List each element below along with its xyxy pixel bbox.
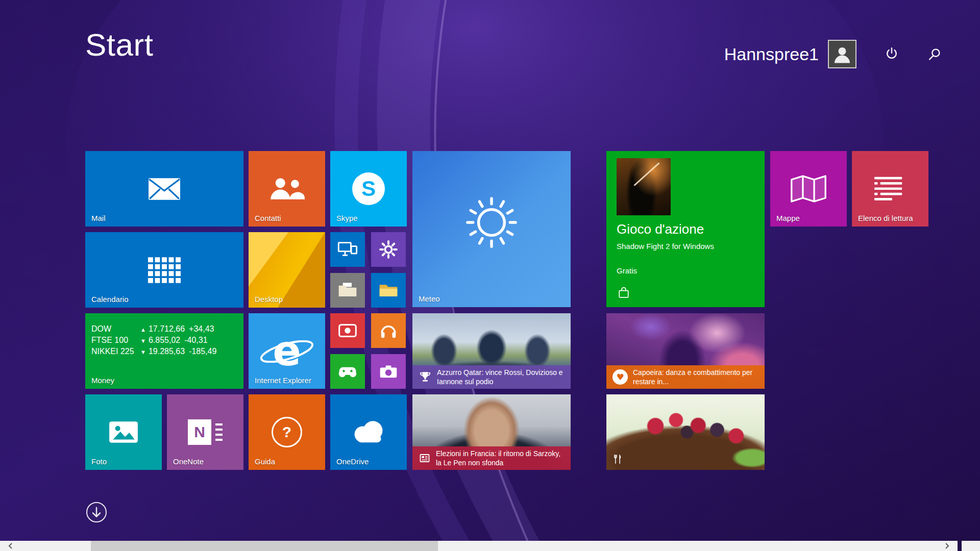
tile-sport-news[interactable]: Azzurro Qatar: vince Rossi, Dovizioso e …	[412, 313, 571, 389]
tile-mail[interactable]: Mail	[85, 151, 243, 227]
news-caption: Azzurro Qatar: vince Rossi, Dovizioso e …	[437, 368, 565, 386]
calendar-icon	[148, 257, 181, 283]
photo-icon	[108, 418, 139, 446]
tile-giochi[interactable]	[330, 354, 365, 389]
shadow-fight-image	[617, 158, 671, 215]
tile-elenco-lettura[interactable]: Elenco di lettura	[852, 151, 928, 227]
tile-calendario[interactable]: Calendario	[85, 232, 243, 308]
scroll-right-button[interactable]	[937, 541, 958, 551]
skype-icon: S	[352, 172, 385, 205]
tile-label: Mail	[91, 214, 106, 222]
tile-pc[interactable]	[330, 232, 365, 267]
tile-documenti[interactable]	[330, 273, 365, 308]
store-game-category: Gioco d'azione	[617, 221, 704, 237]
tile-label: OneNote	[173, 457, 204, 466]
tile-fotocamera[interactable]	[371, 354, 406, 389]
scrollbar-thumb[interactable]	[91, 541, 438, 551]
up-arrow-icon: ▲	[140, 327, 146, 333]
tile-label: Desktop	[255, 295, 283, 304]
tile-france-news[interactable]: Elezioni in Francia: il ritorno di Sarzo…	[412, 394, 571, 470]
user-name[interactable]: Hannspree1	[724, 44, 819, 64]
horizontal-scrollbar[interactable]	[0, 541, 958, 551]
onenote-icon: N	[188, 419, 223, 445]
news-caption: Elezioni in Francia: il ritorno di Sarzo…	[436, 449, 564, 467]
tile-onedrive[interactable]: OneDrive	[330, 394, 407, 470]
money-stocks: DOW ▲ 17.712,66 +34,43 FTSE 100 ▼ 6.855,…	[91, 324, 239, 358]
health-fitness-icon: ♥	[612, 369, 628, 385]
tile-label: Internet Explorer	[255, 376, 311, 385]
headphones-icon	[379, 322, 398, 339]
game-controller-icon	[337, 364, 358, 379]
stock-row-ftse: FTSE 100 ▼ 6.855,02 -40,31	[91, 336, 239, 345]
help-icon: ?	[272, 417, 302, 447]
reading-list-icon	[874, 176, 906, 202]
tile-store-game[interactable]: Gioco d'azione Shadow Fight 2 for Window…	[606, 151, 765, 307]
news-caption: Capoeira: danza e combattimento per rest…	[633, 368, 758, 386]
camera-icon	[379, 364, 398, 379]
tile-skype[interactable]: S Skype	[330, 151, 407, 227]
tile-label: Money	[91, 376, 114, 385]
power-button[interactable]	[884, 46, 899, 62]
trophy-icon	[419, 370, 432, 384]
newspaper-icon	[419, 452, 431, 464]
tile-musica[interactable]	[371, 313, 406, 348]
tile-label: Guida	[255, 457, 275, 466]
tile-label: Elenco di lettura	[858, 214, 913, 222]
stock-row-dow: DOW ▲ 17.712,66 +34,43	[91, 324, 239, 334]
tile-onenote[interactable]: N OneNote	[167, 394, 243, 470]
tile-internet-explorer[interactable]: e Internet Explorer	[249, 313, 325, 389]
stock-row-nikkei: NIKKEI 225 ▼ 19.285,63 -185,49	[91, 347, 239, 356]
cake-photo	[606, 394, 765, 470]
map-icon	[790, 174, 827, 203]
user-avatar[interactable]	[828, 40, 856, 68]
all-apps-button[interactable]	[85, 501, 108, 523]
tile-label: Skype	[336, 214, 358, 222]
cloud-icon	[349, 419, 388, 445]
tile-label: OneDrive	[336, 457, 369, 466]
tile-guida[interactable]: ? Guida	[249, 394, 325, 470]
folder-documents-icon	[337, 282, 358, 298]
tile-esplora-file[interactable]	[371, 273, 406, 308]
person-icon	[832, 44, 852, 64]
tile-cucina-ricette[interactable]	[606, 394, 765, 470]
tile-video[interactable]	[330, 313, 365, 348]
tile-desktop[interactable]: Desktop	[249, 232, 325, 308]
video-camera-icon	[338, 322, 357, 339]
tile-label: Foto	[91, 457, 107, 466]
tile-foto[interactable]: Foto	[85, 394, 162, 470]
tile-label: Meteo	[419, 294, 440, 303]
computer-icon	[337, 241, 358, 258]
scroll-left-button[interactable]	[0, 541, 20, 551]
page-title: Start	[85, 27, 153, 63]
search-icon	[927, 46, 942, 62]
tile-money[interactable]: DOW ▲ 17.712,66 +34,43 FTSE 100 ▼ 6.855,…	[85, 313, 243, 389]
fork-knife-icon	[612, 454, 623, 465]
shopping-bag-icon	[617, 286, 631, 300]
sword-shape	[633, 162, 659, 186]
sun-icon	[462, 193, 521, 252]
store-game-name: Shadow Fight 2 for Windows	[617, 242, 714, 251]
power-icon	[884, 46, 899, 62]
header-user-area: Hannspree1	[724, 40, 942, 68]
tile-label: Calendario	[91, 295, 129, 304]
tile-meteo[interactable]: Meteo	[412, 151, 571, 307]
people-icon	[269, 177, 305, 201]
tile-capoeira-news[interactable]: ♥ Capoeira: danza e combattimento per re…	[606, 313, 765, 389]
chevron-right-icon	[944, 542, 950, 549]
chevron-left-icon	[7, 542, 13, 549]
gear-icon	[379, 240, 398, 259]
envelope-icon	[148, 178, 181, 201]
search-button[interactable]	[927, 46, 942, 62]
down-arrow-icon: ▼	[140, 338, 146, 344]
scrollbar-corner	[962, 541, 980, 551]
down-arrow-icon	[85, 501, 108, 523]
tile-contatti[interactable]: Contatti	[249, 151, 325, 227]
tile-impostazioni[interactable]	[371, 232, 406, 267]
internet-explorer-icon: e	[259, 328, 315, 374]
folder-explorer-icon	[378, 282, 399, 298]
tile-mappe[interactable]: Mappe	[770, 151, 847, 227]
down-arrow-icon: ▼	[140, 349, 146, 355]
store-game-price: Gratis	[617, 266, 637, 275]
tile-label: Mappe	[776, 214, 800, 222]
tile-label: Contatti	[255, 214, 281, 222]
